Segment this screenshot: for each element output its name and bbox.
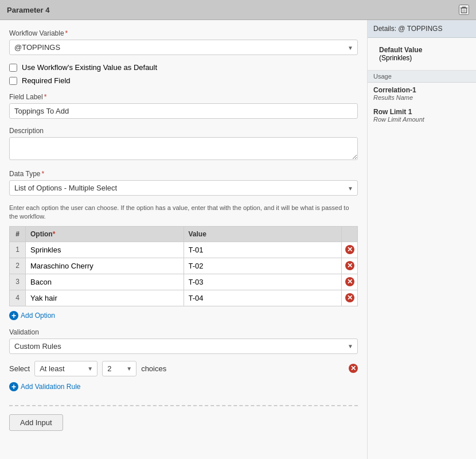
value-cell[interactable] (184, 258, 342, 274)
default-value-section: Default Value (Sprinkles) (368, 38, 476, 71)
description-textarea[interactable] (9, 137, 358, 160)
option-input[interactable] (26, 290, 184, 306)
row-num: 2 (10, 258, 26, 274)
data-type-label: Data Type* (9, 170, 358, 178)
col-header-num: # (10, 226, 26, 242)
default-value-value: (Sprinkles) (379, 54, 465, 62)
delete-option-icon: ✕ (345, 245, 354, 254)
row-num: 1 (10, 242, 26, 258)
validation-section: Validation Custom Rules ▼ (9, 328, 358, 354)
field-label-input[interactable] (9, 103, 358, 119)
description-label: Description (9, 127, 358, 135)
add-option-plus-icon: + (9, 311, 18, 320)
data-type-select[interactable]: List of Options - Multiple Select (9, 180, 358, 196)
num-select[interactable]: 1 2 3 4 5 (102, 361, 136, 376)
at-least-select[interactable]: At least At most Exactly (34, 361, 97, 376)
validation-rule-delete-icon[interactable]: ✕ (349, 364, 358, 373)
field-label-section: Field Label* (9, 93, 358, 119)
col-header-option: Option* (26, 226, 184, 242)
select-label: Select (9, 364, 30, 373)
options-table: # Option* Value 1 ✕ (9, 226, 358, 306)
usage-section-label: Usage (368, 71, 476, 83)
workflow-variable-section: Workflow Variable* @TOPPINGS ▼ (9, 29, 358, 55)
delete-cell[interactable]: ✕ (342, 242, 358, 258)
value-cell[interactable] (184, 274, 342, 290)
svg-rect-0 (461, 8, 466, 13)
right-panel: Details: @ TOPPINGS Default Value (Sprin… (367, 20, 476, 459)
use-existing-label: Use Workflow's Existing Value as Default (22, 63, 157, 72)
correlation-item: Correlation-1 Results Name (368, 83, 476, 104)
row-limit-item: Row Limit 1 Row Limit Amount (368, 104, 476, 126)
table-row: 4 ✕ (10, 290, 358, 306)
value-input[interactable] (184, 274, 342, 290)
workflow-variable-select[interactable]: @TOPPINGS (9, 40, 358, 55)
add-validation-link[interactable]: + Add Validation Rule (9, 382, 81, 391)
default-value-label: Default Value (379, 46, 465, 54)
correlation-label: Correlation-1 (373, 86, 470, 94)
option-input[interactable] (26, 242, 184, 258)
panel-title: Parameter 4 (7, 6, 49, 14)
option-cell[interactable] (26, 274, 184, 290)
use-existing-row: Use Workflow's Existing Value as Default (9, 63, 358, 72)
select-row: Select At least At most Exactly ▼ 1 2 3 … (9, 361, 358, 376)
workflow-variable-label: Workflow Variable* (9, 29, 358, 37)
delete-option-icon: ✕ (345, 277, 354, 286)
delete-option-button[interactable]: ✕ (342, 261, 357, 270)
col-header-del (342, 226, 358, 242)
delete-option-button[interactable]: ✕ (342, 277, 357, 286)
table-row: 3 ✕ (10, 274, 358, 290)
num-select-wrapper[interactable]: 1 2 3 4 5 ▼ (102, 361, 136, 376)
panel-header: Parameter 4 (0, 0, 476, 20)
table-row: 1 ✕ (10, 242, 358, 258)
col-header-value: Value (184, 226, 342, 242)
option-input[interactable] (26, 274, 184, 290)
row-num: 3 (10, 274, 26, 290)
required-field-label: Required Field (22, 76, 71, 85)
row-limit-sub: Row Limit Amount (373, 116, 470, 123)
correlation-sub: Results Name (373, 94, 470, 101)
add-validation-label: Add Validation Rule (21, 383, 81, 391)
add-validation-plus-icon: + (9, 382, 18, 391)
value-cell[interactable] (184, 242, 342, 258)
delete-button[interactable] (459, 5, 469, 15)
option-cell[interactable] (26, 242, 184, 258)
value-input[interactable] (184, 258, 342, 274)
value-input[interactable] (184, 242, 342, 258)
checkboxes-section: Use Workflow's Existing Value as Default… (9, 63, 358, 85)
option-cell[interactable] (26, 290, 184, 306)
delete-option-icon: ✕ (345, 261, 354, 270)
data-type-select-wrapper[interactable]: List of Options - Multiple Select ▼ (9, 180, 358, 196)
right-panel-header: Details: @ TOPPINGS (368, 20, 476, 38)
use-existing-checkbox[interactable] (9, 64, 17, 72)
divider (9, 405, 358, 406)
add-option-link[interactable]: + Add Option (9, 311, 55, 320)
left-panel: Workflow Variable* @TOPPINGS ▼ Use Workf… (0, 20, 367, 459)
at-least-select-wrapper[interactable]: At least At most Exactly ▼ (34, 361, 97, 376)
add-input-button[interactable]: Add Input (9, 414, 63, 431)
workflow-variable-select-wrapper[interactable]: @TOPPINGS ▼ (9, 40, 358, 55)
delete-cell[interactable]: ✕ (342, 274, 358, 290)
table-header-row: # Option* Value (10, 226, 358, 242)
description-section: Description (9, 127, 358, 162)
option-input[interactable] (26, 258, 184, 274)
delete-cell[interactable]: ✕ (342, 258, 358, 274)
value-input[interactable] (184, 290, 342, 306)
option-cell[interactable] (26, 258, 184, 274)
data-type-section: Data Type* List of Options - Multiple Se… (9, 170, 358, 196)
helper-text: Enter each option the user can choose. I… (9, 204, 358, 221)
field-label-label: Field Label* (9, 93, 358, 101)
choices-label: choices (141, 364, 166, 373)
delete-option-button[interactable]: ✕ (342, 293, 357, 302)
required-field-row: Required Field (9, 76, 358, 85)
delete-option-button[interactable]: ✕ (342, 245, 357, 254)
value-cell[interactable] (184, 290, 342, 306)
validation-select[interactable]: Custom Rules (9, 339, 358, 354)
row-num: 4 (10, 290, 26, 306)
required-field-checkbox[interactable] (9, 77, 17, 85)
row-limit-label: Row Limit 1 (373, 108, 470, 116)
validation-label: Validation (9, 328, 358, 336)
default-value-item: Default Value (Sprinkles) (373, 42, 470, 65)
validation-select-wrapper[interactable]: Custom Rules ▼ (9, 339, 358, 354)
delete-cell[interactable]: ✕ (342, 290, 358, 306)
delete-option-icon: ✕ (345, 293, 354, 302)
